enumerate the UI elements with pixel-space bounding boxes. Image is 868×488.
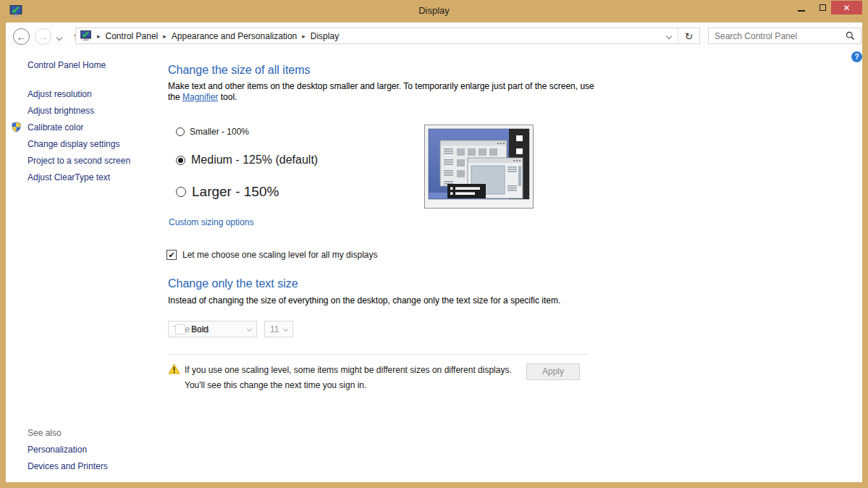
radio-larger-150[interactable]: Larger - 150%: [176, 184, 279, 200]
see-also-title: See also: [28, 425, 108, 442]
sidebar-item-devices-printers[interactable]: Devices and Printers: [28, 458, 108, 475]
display-preview-image: [424, 125, 534, 209]
section-heading-size: Change the size of all items: [168, 64, 311, 77]
forward-icon: →: [38, 31, 49, 43]
warning-icon: [168, 363, 180, 374]
bold-checkbox[interactable]: ✔ Bold: [175, 324, 208, 335]
address-bar-controls: ↻: [660, 28, 699, 43]
sidebar-item-personalization[interactable]: Personalization: [28, 442, 108, 458]
radio-circle: [176, 156, 185, 165]
magnifier-link[interactable]: Magnifier: [182, 92, 218, 102]
close-button[interactable]: ✕: [831, 1, 862, 14]
help-icon: ?: [854, 53, 859, 61]
radio-circle: [176, 187, 186, 197]
maximize-button[interactable]: [812, 1, 833, 14]
sidebar-item-calibrate-color[interactable]: Calibrate color: [28, 119, 130, 136]
font-size-select[interactable]: 11: [264, 321, 293, 337]
sidebar-links: Adjust resolution Adjust brightness Cali…: [28, 86, 130, 186]
navigation-bar: ← → ↑ ▸ Control Panel ▸ Appearance: [6, 22, 862, 48]
address-dropdown-button[interactable]: [660, 28, 678, 43]
radio-label: Medium - 125% (default): [191, 153, 318, 167]
size-section-description: Make text and other items on the desktop…: [168, 81, 602, 103]
forward-button[interactable]: →: [35, 28, 51, 45]
minimize-button[interactable]: [791, 1, 812, 14]
close-icon: ✕: [843, 3, 850, 13]
radio-label: Larger - 150%: [192, 184, 279, 200]
address-bar[interactable]: ▸ Control Panel ▸ Appearance and Persona…: [75, 28, 700, 44]
sidebar-item-adjust-brightness[interactable]: Adjust brightness: [28, 103, 130, 119]
checkbox-box: ✔: [167, 250, 177, 260]
window-title: Display: [0, 5, 868, 16]
description-text-end: tool.: [218, 92, 237, 102]
uac-shield-icon: [11, 122, 22, 132]
refresh-button[interactable]: ↻: [678, 28, 699, 43]
divider: [168, 354, 588, 355]
help-button[interactable]: ?: [851, 51, 862, 62]
breadcrumb-display-icon: [80, 30, 92, 41]
text-section-description: Instead of changing the size of everythi…: [168, 295, 560, 306]
breadcrumb-separator-icon: ▸: [92, 33, 106, 40]
checkbox-label: Bold: [191, 324, 208, 335]
client-area: ← → ↑ ▸ Control Panel ▸ Appearance: [6, 22, 862, 482]
breadcrumb-display[interactable]: Display: [311, 31, 339, 41]
radio-label: Smaller - 100%: [190, 127, 249, 137]
section-heading-text-size: Change only the text size: [168, 277, 298, 290]
see-also-section: See also Personalization Devices and Pri…: [28, 425, 108, 475]
display-settings-window: Display ✕ ← → ↑ ▸: [0, 0, 868, 488]
chevron-down-icon: [283, 327, 288, 332]
checkbox-label: Let me choose one scaling level for all …: [182, 250, 377, 260]
maximize-icon: [819, 4, 826, 11]
breadcrumb-separator-icon: ▸: [297, 33, 311, 40]
sidebar-item-project-second-screen[interactable]: Project to a second screen: [28, 153, 130, 169]
breadcrumb-appearance[interactable]: Appearance and Personalization: [172, 31, 297, 41]
titlebar[interactable]: Display ✕: [0, 0, 868, 22]
sidebar-item-adjust-resolution[interactable]: Adjust resolution: [28, 86, 130, 103]
warning-text-line2: You'll see this change the next time you…: [185, 380, 366, 390]
history-dropdown-icon[interactable]: [56, 35, 62, 41]
checkbox-box: ✔: [175, 324, 185, 335]
search-icon[interactable]: [846, 31, 855, 41]
chevron-down-icon: [666, 33, 672, 38]
search-input[interactable]: [709, 31, 846, 41]
breadcrumb-separator-icon: ▸: [158, 33, 172, 40]
minimize-icon: [798, 10, 805, 12]
breadcrumb-control-panel[interactable]: Control Panel: [106, 31, 159, 41]
scaling-level-checkbox[interactable]: ✔ Let me choose one scaling level for al…: [167, 250, 377, 260]
warning-text-line1: If you use one scaling level, some items…: [185, 365, 512, 375]
apply-button[interactable]: Apply: [526, 363, 580, 380]
sidebar-item-control-panel-home[interactable]: Control Panel Home: [28, 60, 106, 70]
radio-circle: [176, 127, 185, 136]
sidebar-item-adjust-cleartype[interactable]: Adjust ClearType text: [28, 169, 130, 186]
refresh-icon: ↻: [685, 30, 694, 42]
font-size-select-value: 11: [270, 324, 279, 335]
custom-sizing-options-link[interactable]: Custom sizing options: [169, 217, 253, 227]
search-box: [708, 28, 861, 44]
back-button[interactable]: ←: [13, 28, 30, 45]
back-icon: ←: [17, 31, 27, 43]
radio-smaller-100[interactable]: Smaller - 100%: [176, 127, 249, 137]
chevron-down-icon: [247, 327, 252, 332]
checkmark-icon: ✔: [168, 251, 174, 259]
text-size-controls: Title bars 11 ✔ Bold: [168, 321, 293, 337]
sidebar-item-change-display-settings[interactable]: Change display settings: [28, 136, 130, 153]
radio-medium-125[interactable]: Medium - 125% (default): [176, 153, 318, 167]
